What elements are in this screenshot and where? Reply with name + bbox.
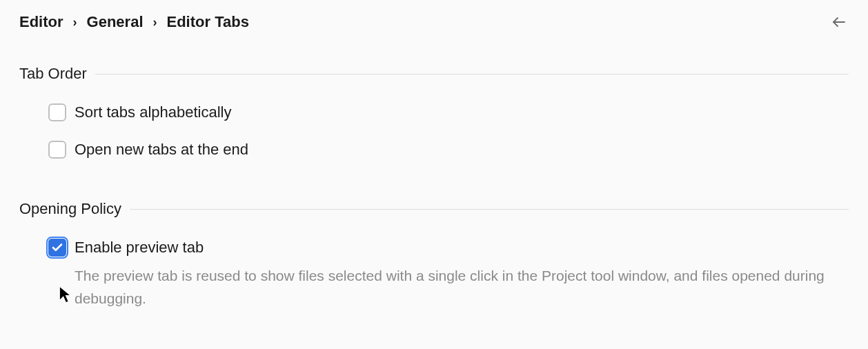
arrow-left-icon bbox=[831, 14, 847, 30]
option-sort-alphabetically[interactable]: Sort tabs alphabetically bbox=[48, 103, 849, 121]
option-label: Sort tabs alphabetically bbox=[75, 103, 231, 121]
option-text: Enable preview tab The preview tab is re… bbox=[75, 239, 849, 310]
checkbox-sort-alphabetically[interactable] bbox=[48, 103, 66, 121]
checkbox-open-new-tabs-end[interactable] bbox=[48, 141, 66, 159]
option-label: Open new tabs at the end bbox=[75, 141, 248, 159]
breadcrumb-mid[interactable]: General bbox=[87, 13, 144, 31]
section-title: Tab Order bbox=[19, 65, 87, 83]
section-divider bbox=[95, 74, 849, 74]
option-label: Enable preview tab bbox=[75, 239, 849, 257]
breadcrumb: Editor › General › Editor Tabs bbox=[19, 13, 249, 31]
section-tab-order: Tab Order Sort tabs alphabetically Open … bbox=[19, 65, 849, 159]
option-open-new-tabs-end[interactable]: Open new tabs at the end bbox=[48, 141, 849, 159]
option-enable-preview-tab[interactable]: Enable preview tab The preview tab is re… bbox=[48, 239, 849, 310]
section-header: Tab Order bbox=[19, 65, 849, 83]
chevron-right-icon: › bbox=[153, 15, 157, 30]
option-description: The preview tab is reused to show files … bbox=[75, 265, 849, 310]
section-header: Opening Policy bbox=[19, 200, 849, 218]
section-title: Opening Policy bbox=[19, 200, 121, 218]
settings-content: Tab Order Sort tabs alphabetically Open … bbox=[0, 44, 868, 310]
settings-header: Editor › General › Editor Tabs bbox=[0, 0, 868, 44]
checkbox-enable-preview-tab[interactable] bbox=[48, 239, 66, 257]
back-button[interactable] bbox=[829, 12, 849, 32]
section-divider bbox=[130, 209, 849, 210]
chevron-right-icon: › bbox=[73, 15, 77, 30]
breadcrumb-leaf: Editor Tabs bbox=[167, 13, 249, 31]
section-opening-policy: Opening Policy Enable preview tab The pr… bbox=[19, 200, 849, 310]
breadcrumb-root[interactable]: Editor bbox=[19, 13, 63, 31]
